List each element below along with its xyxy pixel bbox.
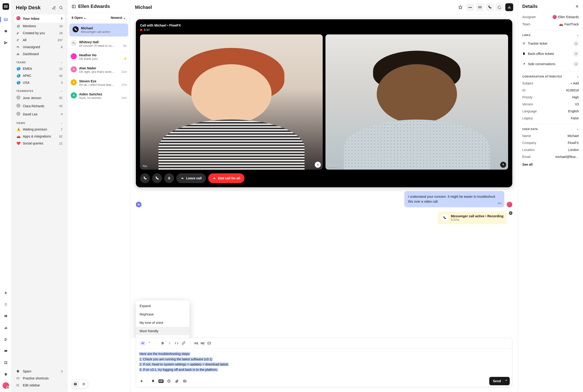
h1-button[interactable]: H1 [194, 340, 199, 346]
compose-icon[interactable] [52, 6, 56, 10]
sidebar-item[interactable]: 🌎USA3 [14, 79, 65, 86]
detail-value[interactable]: Michael [568, 134, 579, 138]
details-link[interactable]: Tracker ticket+ [522, 38, 579, 48]
rail-bolt-icon[interactable] [2, 289, 10, 296]
view-cards-icon[interactable] [72, 380, 79, 388]
link-icon[interactable] [180, 340, 187, 346]
attachment-icon[interactable] [174, 378, 180, 384]
h2-button[interactable]: H2 [200, 340, 206, 346]
more-icon[interactable]: ••• [466, 3, 474, 11]
sort-newest[interactable]: Newest ⌄ [111, 16, 126, 20]
bolt-icon[interactable] [138, 378, 145, 384]
detail-value[interactable]: London [568, 148, 579, 152]
section-attrs[interactable]: CONVERSATION ATTRIBUTES⌄ [522, 72, 579, 80]
detail-value[interactable]: michael@flow… [555, 155, 579, 159]
sidebar-item[interactable]: All237 [14, 36, 65, 44]
conversation-item[interactable]: SSteven EzeAh ok, I didn't know that…17m [68, 76, 130, 90]
image-icon[interactable] [182, 378, 188, 384]
rail-academy-icon[interactable] [2, 370, 10, 378]
assignee-value[interactable]: Ellen Edwards [552, 15, 579, 19]
rail-user-avatar[interactable] [2, 382, 9, 389]
code-icon[interactable] [173, 340, 180, 346]
gif-icon[interactable]: GIF [158, 378, 164, 384]
sidebar-item[interactable]: Created by you29 [14, 30, 65, 36]
detail-value[interactable]: #139018 [566, 88, 579, 92]
add-button[interactable]: + [573, 51, 579, 56]
sidebar-item[interactable]: Edit sidebar [14, 382, 65, 389]
end-call-button[interactable]: End call for all [208, 173, 244, 183]
filter-open[interactable]: 6 Open ⌄ [72, 16, 86, 20]
composer-text[interactable]: Here are the troubleshooting steps:1. Ch… [136, 348, 512, 375]
sidebar-item[interactable]: Unassigned8 [14, 44, 65, 50]
section-links[interactable]: LINKS⌄ [522, 30, 579, 38]
ai-chip[interactable]: AI [140, 341, 146, 345]
section-views[interactable]: VIEWS⌄ [14, 118, 65, 126]
mic-toggle-icon[interactable] [164, 173, 174, 183]
emoji-icon[interactable] [166, 378, 172, 384]
section-teammates[interactable]: TEAMMATES⌄ [14, 86, 65, 94]
sidebar-item[interactable]: ❤️Social queries21 [14, 140, 65, 147]
add-button[interactable]: + [573, 61, 579, 67]
sidebar-item[interactable]: ⚠️Waiting premium7 [14, 126, 65, 133]
conversation-item[interactable]: MichaelMessenger call active [69, 24, 128, 36]
chevron-up-icon[interactable]: ⌃ [503, 379, 506, 383]
detail-value[interactable]: V3 [575, 102, 579, 106]
sidebar-item[interactable]: David Lee4 [14, 110, 65, 118]
rail-messages-icon[interactable] [2, 347, 10, 355]
phone-icon[interactable] [486, 3, 494, 11]
sidebar-item[interactable]: Clara Richards42 [14, 102, 65, 110]
search-icon[interactable] [59, 6, 63, 10]
star-icon[interactable] [456, 3, 464, 11]
detail-value[interactable]: False [571, 116, 579, 120]
bookmark-icon[interactable] [150, 378, 156, 384]
rail-book-icon[interactable] [2, 312, 10, 320]
sidebar-item[interactable]: Your Inbox6 [14, 14, 65, 22]
ai-menu-item[interactable]: Expand [136, 302, 189, 310]
toggle-phone-icon[interactable] [140, 173, 150, 183]
details-link[interactable]: Back-office tickets+ [522, 48, 579, 59]
detail-value[interactable]: FlowFX [568, 141, 579, 145]
team-value[interactable]: 🚗FastTrack [559, 22, 579, 26]
sidebar-item[interactable]: 🌎EMEA12 [14, 65, 65, 72]
sidebar-item[interactable]: June Jenson52 [14, 94, 65, 102]
panel-toggle-icon[interactable] [72, 4, 76, 8]
ai-chevron-icon[interactable]: ⌃ [146, 340, 152, 346]
rail-apps-icon[interactable] [2, 359, 10, 366]
rail-reports-icon[interactable] [2, 324, 10, 332]
sidebar-item[interactable]: 🚗Apps & integrations62 [14, 133, 65, 140]
sidebar-item[interactable]: Practise shortcuts [14, 375, 65, 382]
add-button[interactable]: + [573, 41, 579, 46]
mute-icon[interactable] [152, 173, 162, 183]
section-teams[interactable]: TEAMS⌄ [14, 58, 65, 65]
conversation-item[interactable]: AAlan NaderOh right, yes that's work…11m [68, 64, 130, 76]
detail-value[interactable]: English [568, 109, 579, 113]
section-user[interactable]: USER DATA⌄ [522, 124, 579, 132]
rail-contacts-icon[interactable] [2, 336, 10, 343]
conversation-item[interactable]: Heather HoOk thank you!★ [68, 50, 130, 64]
rail-inbox-icon[interactable] [2, 16, 10, 23]
view-list-icon[interactable] [80, 380, 87, 388]
detail-value[interactable]: High [572, 96, 579, 99]
ai-menu-item[interactable]: More formal [136, 335, 189, 338]
bold-icon[interactable]: B [159, 340, 166, 346]
close-conv-icon[interactable] [505, 3, 513, 11]
send-button[interactable]: Send⌃ [489, 377, 510, 385]
ai-menu-item[interactable]: Rephrase [136, 310, 189, 318]
sidebar-item[interactable]: Spam3 [14, 368, 65, 375]
sidebar-item[interactable]: 🌏APAC42 [14, 72, 65, 79]
sidebar-item[interactable]: Dashboard [14, 50, 65, 58]
snooze-icon[interactable] [496, 3, 504, 11]
ticket-icon[interactable] [476, 3, 484, 11]
details-link[interactable]: Side conversations+ [522, 59, 579, 69]
codeblock-icon[interactable] [206, 340, 212, 346]
close-icon[interactable]: ✕ [575, 4, 579, 9]
ai-menu-item[interactable]: More friendly [136, 327, 189, 335]
sidebar-item[interactable]: @Mentions10 [14, 22, 65, 30]
leave-call-button[interactable]: Leave call [176, 173, 206, 183]
conversation-item[interactable]: AAiden SanchezSure, no worries.21m [68, 90, 130, 102]
rail-send-icon[interactable] [2, 39, 10, 46]
rail-idea-icon[interactable] [2, 301, 10, 308]
detail-value[interactable]: + Add [570, 82, 579, 85]
conversation-item[interactable]: Whitney HallOf course! I'll need to co…3… [68, 38, 130, 50]
italic-icon[interactable]: i [166, 340, 173, 346]
